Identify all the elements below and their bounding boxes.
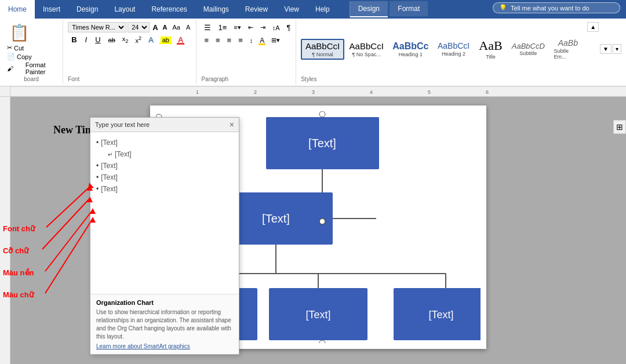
- style-heading2-preview: AaBbCcI: [438, 41, 470, 51]
- smartart-info-section: Organization Chart Use to show hierarchi…: [90, 294, 239, 354]
- style-no-spacing-label: ¶ No Spac...: [352, 52, 381, 57]
- tab-mailings[interactable]: Mailings: [195, 2, 237, 17]
- annotation-mau-chu: Màu chữ: [3, 290, 34, 299]
- format-painter-button[interactable]: 🖌 Format Painter: [5, 61, 58, 76]
- tell-me-text: Tell me what you want to do: [511, 5, 589, 12]
- style-title[interactable]: AaB Title: [475, 37, 507, 61]
- svg-text:5: 5: [428, 89, 431, 95]
- font-grow-button[interactable]: A: [151, 23, 159, 32]
- styles-scroll-down[interactable]: ▼: [600, 44, 612, 54]
- bold-button[interactable]: B: [68, 34, 80, 45]
- svg-point-28: [319, 219, 325, 224]
- tab-layout[interactable]: Layout: [106, 2, 143, 17]
- align-left-button[interactable]: ≡: [201, 35, 212, 46]
- tab-design[interactable]: Design: [68, 2, 106, 17]
- smartart-close-button[interactable]: ×: [230, 120, 234, 129]
- align-center-button[interactable]: ≡: [213, 35, 223, 46]
- borders-button[interactable]: ⊞▾: [268, 35, 283, 45]
- clipboard-group-label: board: [24, 76, 39, 82]
- smartart-item-2[interactable]: ↵ [Text]: [96, 148, 233, 160]
- paragraph-group: ☰ 1≡ ≡▾ ⇤ ⇥ ↕A ¶ ≡ ≡ ≡ ≡ ↕ A ⊞▾ Paragr: [196, 20, 296, 85]
- numbering-button[interactable]: 1≡: [215, 22, 230, 33]
- justify-button[interactable]: ≡: [235, 35, 246, 46]
- text-highlight-button[interactable]: ab: [158, 35, 174, 45]
- smartart-learn-more-link[interactable]: Learn more about SmartArt graphics: [96, 343, 233, 350]
- style-subtle-em-label: Subtle Em...: [554, 48, 583, 60]
- change-case-button[interactable]: Aa: [170, 23, 183, 31]
- style-subtle-em-preview: AaBb: [558, 38, 578, 48]
- strikethrough-button[interactable]: ab: [105, 35, 118, 45]
- multilevel-list-button[interactable]: ≡▾: [231, 23, 243, 32]
- line-spacing-button[interactable]: ↕: [247, 36, 256, 45]
- style-no-spacing[interactable]: AaBbCcI ¶ No Spac...: [345, 39, 388, 59]
- style-no-spacing-preview: AaBbCcI: [350, 41, 384, 52]
- italic-button[interactable]: I: [82, 34, 91, 45]
- tab-help[interactable]: Help: [307, 2, 338, 17]
- align-right-button[interactable]: ≡: [224, 35, 235, 46]
- style-normal-label: ¶ Normal: [312, 52, 333, 57]
- tab-home[interactable]: Home: [0, 0, 35, 19]
- ruler-horizontal: 1 2 3 4 5 6: [10, 86, 626, 96]
- styles-group: AaBbCcI ¶ Normal AaBbCcI ¶ No Spac... Aa…: [296, 20, 626, 85]
- superscript-button[interactable]: x2: [132, 34, 144, 45]
- style-title-label: Title: [486, 54, 496, 60]
- paste-button[interactable]: 📋: [5, 22, 34, 43]
- shading-button[interactable]: A: [257, 35, 267, 46]
- clipboard-group: 📋 ✂ Cut 📄 Copy 🖌 Format Painter board: [0, 20, 63, 85]
- font-group: Times New R... 24 A A Aa A B I U ab x2 x…: [63, 20, 196, 85]
- sort-button[interactable]: ↕A: [270, 23, 283, 32]
- font-color-button[interactable]: A: [175, 34, 186, 45]
- smartart-text-panel: Type your text here × • [Text] ↵ [Text] …: [90, 117, 239, 355]
- copy-label: Copy: [17, 53, 32, 60]
- clear-formatting-button[interactable]: A: [184, 23, 192, 31]
- svg-point-27: [319, 340, 325, 346]
- tab-references[interactable]: References: [143, 2, 195, 17]
- subscript-button[interactable]: x2: [119, 34, 132, 45]
- style-subtitle-label: Subtitle: [519, 50, 537, 56]
- underline-button[interactable]: U: [92, 34, 104, 45]
- increase-indent-button[interactable]: ⇥: [257, 23, 268, 32]
- style-subtle-emphasis[interactable]: AaBb Subtle Em...: [550, 37, 587, 61]
- bullets-button[interactable]: ☰: [201, 22, 214, 33]
- font-size-select[interactable]: 24: [128, 22, 150, 32]
- svg-text:1: 1: [196, 89, 199, 95]
- format-painter-label: Format Painter: [15, 61, 56, 75]
- styles-scroll-up[interactable]: ▲: [587, 22, 599, 32]
- style-heading1-preview: AaBbCc: [392, 41, 428, 52]
- tab-review[interactable]: Review: [237, 2, 276, 17]
- cut-icon: ✂: [7, 44, 12, 52]
- style-heading2[interactable]: AaBbCcI Heading 2: [434, 39, 474, 59]
- smartart-item-5[interactable]: • [Text]: [96, 183, 233, 195]
- style-subtitle[interactable]: AaBbCcD Subtitle: [508, 40, 549, 59]
- tab-format-contextual[interactable]: Format: [390, 1, 428, 16]
- style-heading1[interactable]: AaBbCc Heading 1: [389, 39, 433, 59]
- lightbulb-icon: 💡: [499, 4, 507, 12]
- svg-text:3: 3: [312, 89, 315, 95]
- tab-design-contextual[interactable]: Design: [350, 1, 388, 17]
- show-hide-button[interactable]: ¶: [284, 22, 294, 33]
- font-group-label: Font: [68, 76, 191, 82]
- copy-button[interactable]: 📄 Copy: [5, 52, 58, 61]
- text-effects-button[interactable]: A: [145, 34, 156, 45]
- tab-insert[interactable]: Insert: [35, 2, 68, 17]
- smartart-text-area: • [Text] ↵ [Text] • [Text] • [Text] • [T…: [90, 132, 239, 294]
- annotation-font-chu: Font chữ: [3, 224, 35, 233]
- font-name-select[interactable]: Times New R...: [68, 22, 126, 32]
- tab-view[interactable]: View: [276, 2, 307, 17]
- font-shrink-button[interactable]: A: [161, 23, 169, 31]
- cut-label: Cut: [14, 45, 24, 52]
- cut-button[interactable]: ✂ Cut: [5, 43, 58, 52]
- svg-text:[Text]: [Text]: [262, 212, 290, 225]
- svg-text:6: 6: [486, 89, 489, 95]
- style-title-preview: AaB: [479, 38, 502, 53]
- smartart-item-1[interactable]: • [Text]: [96, 137, 233, 148]
- style-normal[interactable]: AaBbCcI ¶ Normal: [301, 39, 344, 60]
- smartart-item-4[interactable]: • [Text]: [96, 172, 233, 183]
- styles-group-label: Styles: [301, 76, 621, 82]
- format-painter-icon: 🖌: [7, 65, 13, 72]
- svg-text:[Text]: [Text]: [428, 309, 453, 321]
- smartart-item-3[interactable]: • [Text]: [96, 160, 233, 172]
- decrease-indent-button[interactable]: ⇤: [245, 23, 256, 32]
- styles-more[interactable]: ▾: [613, 44, 621, 54]
- sidebar-format-icon[interactable]: ⊞: [613, 120, 626, 134]
